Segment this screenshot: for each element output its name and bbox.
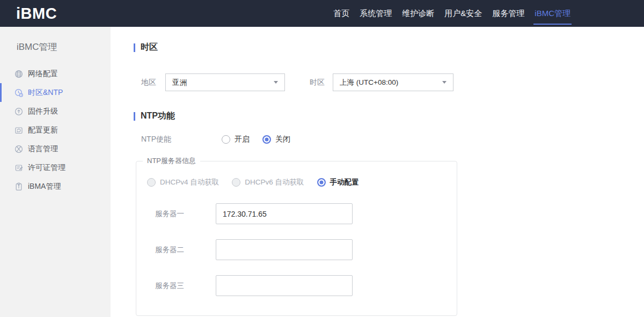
manual-config-label: 手动配置 <box>330 178 359 187</box>
section-title-text: NTP功能 <box>141 110 175 122</box>
sidebar-item-network-config[interactable]: 网络配置 <box>0 64 111 83</box>
main-content: 时区 地区 亚洲 时区 上海 (UTC+08:00) NTP功能 NTP使能 开… <box>111 27 644 317</box>
sidebar-item-firmware-upgrade[interactable]: 固件升级 <box>0 102 111 121</box>
chevron-down-icon <box>274 81 278 84</box>
radio-checked-icon[interactable] <box>317 178 326 187</box>
server-three-row: 服务器三 <box>155 275 457 296</box>
sidebar: iBMC管理 网络配置 时区&NTP <box>0 27 111 317</box>
sidebar-item-label: 固件升级 <box>28 107 58 116</box>
server-two-label: 服务器二 <box>155 245 216 255</box>
chevron-down-icon <box>442 81 447 84</box>
ibma-clipboard-icon <box>14 182 23 191</box>
timezone-label: 时区 <box>310 78 333 87</box>
top-nav-menu: 首页 系统管理 维护诊断 用户&安全 服务管理 iBMC管理 <box>332 0 572 27</box>
timezone-section-title: 时区 <box>134 42 644 53</box>
sidebar-item-config-update[interactable]: 配置更新 <box>0 121 111 139</box>
radio-disabled-icon <box>232 178 240 187</box>
sidebar-item-label: 语言管理 <box>28 144 58 154</box>
license-icon <box>14 164 23 172</box>
nav-item-ibmc-management[interactable]: iBMC管理 <box>533 0 572 27</box>
sidebar-item-timezone-ntp[interactable]: 时区&NTP <box>0 83 111 102</box>
ntp-server-mode-row: DHCPv4 自动获取 DHCPv6 自动获取 手动配置 <box>147 178 457 187</box>
ntp-section-title: NTP功能 <box>134 110 644 122</box>
top-navigation-bar: iBMC 首页 系统管理 维护诊断 用户&安全 服务管理 iBMC管理 <box>0 0 644 27</box>
sidebar-item-label: 网络配置 <box>28 69 58 79</box>
dhcpv4-auto-radio: DHCPv4 自动获取 <box>147 178 219 187</box>
server-one-input[interactable] <box>216 203 353 224</box>
network-globe-icon <box>14 70 23 78</box>
ntp-enable-label: NTP使能 <box>141 135 222 144</box>
dhcpv4-auto-label: DHCPv4 自动获取 <box>160 178 219 187</box>
radio-checked-icon[interactable] <box>262 135 271 144</box>
ntp-enable-on-radio[interactable]: 开启 <box>222 135 250 144</box>
server-three-label: 服务器三 <box>155 281 216 291</box>
server-three-input[interactable] <box>216 275 353 296</box>
nav-item-maintenance-diagnosis[interactable]: 维护诊断 <box>401 0 435 27</box>
sidebar-item-label: iBMA管理 <box>28 182 61 191</box>
timezone-form-row: 地区 亚洲 时区 上海 (UTC+08:00) <box>141 73 644 91</box>
server-one-row: 服务器一 <box>155 203 457 224</box>
ntp-enable-off-radio[interactable]: 关闭 <box>262 135 290 144</box>
ibmc-logo: iBMC <box>16 5 57 23</box>
dhcpv6-auto-label: DHCPv6 自动获取 <box>245 178 304 187</box>
timezone-clock-icon <box>14 89 23 97</box>
sidebar-item-ibma-management[interactable]: iBMA管理 <box>0 177 111 196</box>
timezone-select-value: 上海 (UTC+08:00) <box>340 78 398 87</box>
timezone-select[interactable]: 上海 (UTC+08:00) <box>333 73 453 91</box>
server-two-row: 服务器二 <box>155 239 457 260</box>
sidebar-item-label: 配置更新 <box>28 126 58 135</box>
sidebar-title: iBMC管理 <box>0 27 111 53</box>
nav-item-home[interactable]: 首页 <box>332 0 350 27</box>
section-accent-bar <box>134 43 135 52</box>
region-select[interactable]: 亚洲 <box>165 73 285 91</box>
manual-config-radio[interactable]: 手动配置 <box>317 178 359 187</box>
radio-unchecked-icon[interactable] <box>222 135 230 144</box>
ntp-server-info-legend: NTP服务器信息 <box>143 156 200 166</box>
language-icon <box>14 145 23 153</box>
server-one-label: 服务器一 <box>155 209 216 219</box>
ntp-enable-row: NTP使能 开启 关闭 <box>141 135 644 144</box>
sidebar-item-label: 时区&NTP <box>28 88 63 98</box>
section-accent-bar <box>134 112 135 121</box>
nav-item-service-management[interactable]: 服务管理 <box>491 0 525 27</box>
region-select-value: 亚洲 <box>172 78 187 87</box>
radio-disabled-icon <box>147 178 156 187</box>
ntp-enable-off-label: 关闭 <box>275 135 290 144</box>
config-update-icon <box>14 126 23 135</box>
sidebar-item-language-management[interactable]: 语言管理 <box>0 139 111 158</box>
sidebar-item-label: 许可证管理 <box>28 163 65 173</box>
sidebar-item-license-management[interactable]: 许可证管理 <box>0 158 111 177</box>
dhcpv6-auto-radio: DHCPv6 自动获取 <box>232 178 304 187</box>
firmware-upgrade-icon <box>14 107 23 116</box>
region-label: 地区 <box>141 78 165 87</box>
ntp-enable-on-label: 开启 <box>235 135 250 144</box>
section-title-text: 时区 <box>141 42 158 53</box>
nav-item-user-security[interactable]: 用户&安全 <box>443 0 483 27</box>
nav-item-system-management[interactable]: 系统管理 <box>358 0 393 27</box>
ntp-server-info-group: NTP服务器信息 DHCPv4 自动获取 DHCPv6 自动获取 手动配置 服务… <box>136 156 457 316</box>
sidebar-menu: 网络配置 时区&NTP 固件升级 <box>0 64 111 196</box>
server-two-input[interactable] <box>216 239 353 260</box>
